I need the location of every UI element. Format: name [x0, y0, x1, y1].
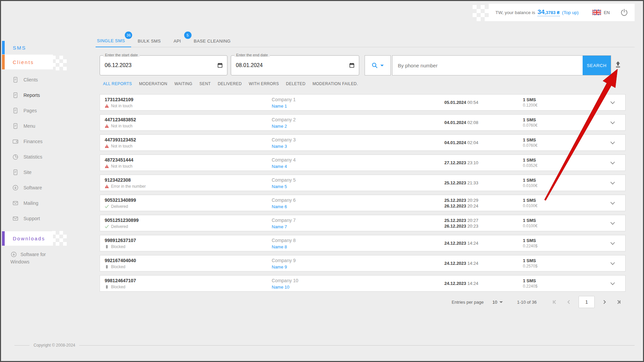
- envelope-icon: [12, 215, 19, 222]
- tab-base-cleaning[interactable]: BASE CLEANING: [187, 35, 237, 47]
- chevron-down-icon[interactable]: [610, 162, 615, 165]
- tab-bulk-sms[interactable]: BULK SMS: [131, 35, 167, 47]
- sms-price: 0.0352€: [523, 163, 537, 168]
- client-name-link[interactable]: Name 7: [272, 224, 287, 229]
- chevron-down-icon[interactable]: [610, 202, 615, 205]
- end-date-field: Enter the end date: [231, 55, 359, 75]
- chevron-down-icon[interactable]: [610, 141, 615, 144]
- language-selector[interactable]: EN: [604, 10, 610, 15]
- company-name: Company 3: [272, 137, 296, 142]
- entries-per-page-select[interactable]: 10: [492, 300, 503, 305]
- calendar-icon[interactable]: [349, 63, 355, 68]
- client-name-link[interactable]: Name 1: [272, 104, 287, 109]
- sms-count: 1 SMS: [523, 178, 537, 183]
- table-row: 447123483852 Not in touch Company 2 Name…: [100, 114, 626, 131]
- filter-deleted[interactable]: DELETED: [286, 81, 306, 86]
- filter-moderation[interactable]: MODERATION: [139, 81, 167, 86]
- sidebar-item-software-for-windows[interactable]: Software for Windows: [2, 251, 55, 265]
- logout-power-icon[interactable]: [620, 8, 629, 17]
- search-button[interactable]: SEARCH: [583, 56, 611, 75]
- sidebar-section-clients[interactable]: Clients: [2, 55, 53, 69]
- sidebar-item-site[interactable]: Site: [2, 165, 76, 180]
- table-row: 998124647107 Blocked Company 10 Name 10 …: [100, 275, 626, 292]
- client-name-link[interactable]: Name 2: [272, 124, 287, 129]
- table-row: 905321340899 Delivered Company 6 Name 6 …: [100, 195, 626, 211]
- top-up-link[interactable]: (Top up): [562, 10, 579, 15]
- export-upload-icon[interactable]: [615, 61, 621, 68]
- chevron-down-icon[interactable]: [610, 262, 615, 265]
- calendar-icon[interactable]: [217, 63, 223, 68]
- sms-count: 1 SMS: [523, 97, 537, 102]
- chevron-down-icon[interactable]: [610, 121, 615, 124]
- previous-page-button[interactable]: [566, 299, 572, 305]
- first-page-button[interactable]: [552, 299, 558, 305]
- sidebar-item-support[interactable]: Support: [2, 211, 76, 226]
- file-icon: [12, 92, 19, 99]
- sidebar-section-downloads[interactable]: Downloads: [2, 231, 53, 246]
- sidebar-section-sms[interactable]: SMS: [2, 41, 56, 54]
- phone-number: 905321340899: [105, 197, 136, 203]
- client-name-link[interactable]: Name 8: [272, 244, 287, 249]
- sidebar-item-statistics[interactable]: Statistics: [2, 149, 76, 165]
- sidebar-item-menu[interactable]: Menu: [2, 118, 76, 134]
- status-text: Blocked: [111, 285, 125, 289]
- chevron-down-icon[interactable]: [610, 282, 615, 285]
- warning-icon: [105, 164, 109, 168]
- pixel-decoration: [52, 56, 56, 59]
- start-date-input[interactable]: [100, 62, 217, 68]
- client-name-link[interactable]: Name 4: [272, 164, 287, 169]
- client-name-link[interactable]: Name 6: [272, 204, 287, 209]
- pixel-decoration: [473, 5, 477, 9]
- table-row: 9123422308 Error in the number Company 5…: [100, 175, 626, 191]
- balance-amount[interactable]: 34,3783 ₴: [538, 8, 560, 16]
- file-icon: [12, 76, 19, 83]
- status-text: Delivered: [111, 204, 128, 209]
- filter-all-reports[interactable]: ALL REPORTS: [103, 81, 132, 86]
- sidebar-item-finances[interactable]: Finances: [2, 134, 76, 149]
- client-name-link[interactable]: Name 3: [272, 144, 287, 149]
- phone-number: 17312342109: [105, 97, 133, 102]
- filter-with-errors[interactable]: WITH ERRORS: [249, 81, 279, 86]
- end-date-input[interactable]: [231, 62, 349, 68]
- sms-count: 1 SMS: [523, 117, 537, 122]
- last-page-button[interactable]: [615, 299, 622, 305]
- entries-per-page-label: Entries per page: [452, 300, 484, 305]
- filter-waiting[interactable]: WAITING: [174, 81, 193, 86]
- warning-icon: [105, 124, 109, 128]
- uk-flag-icon[interactable]: [592, 10, 601, 15]
- filter-delivered[interactable]: DELIVERED: [218, 81, 242, 86]
- search-type-select[interactable]: [365, 55, 391, 75]
- next-page-button[interactable]: [601, 299, 607, 305]
- chevron-down-icon[interactable]: [610, 182, 615, 185]
- client-name-link[interactable]: Name 10: [272, 285, 289, 290]
- sidebar-item-reports[interactable]: Reports: [2, 87, 76, 103]
- tab-api[interactable]: API 5: [167, 35, 187, 47]
- client-name-link[interactable]: Name 9: [272, 264, 287, 269]
- search-icon: [372, 62, 378, 68]
- sms-price: 0.1200€: [523, 103, 537, 108]
- company-name: Company 5: [272, 177, 296, 183]
- pagination-range: 1-10 of 36: [517, 300, 537, 305]
- search-input[interactable]: [392, 56, 583, 75]
- filter-sent[interactable]: SENT: [200, 81, 211, 86]
- chevron-down-icon[interactable]: [610, 222, 615, 225]
- client-name-link[interactable]: Name 5: [272, 184, 287, 189]
- tab-single-sms[interactable]: SINGLE SMS 36: [96, 35, 131, 47]
- filter-moderation-failed[interactable]: MODERATION FAILED.: [313, 81, 358, 86]
- chevron-down-icon[interactable]: [610, 242, 615, 245]
- sidebar-item-software[interactable]: Software: [2, 180, 76, 195]
- table-row: 48723451444 Not in touch Company 4 Name …: [100, 155, 626, 171]
- sidebar-nav: Clients Reports Pages Menu Finances Stat…: [2, 72, 76, 226]
- sidebar-item-pages[interactable]: Pages: [2, 103, 76, 118]
- sms-price: 0.0760€: [523, 143, 537, 148]
- sms-price: 0.0100€: [523, 224, 537, 228]
- company-name: Company 1: [272, 97, 296, 102]
- sms-count: 1 SMS: [523, 137, 537, 142]
- sidebar-item-clients[interactable]: Clients: [2, 72, 76, 87]
- chevron-down-icon[interactable]: [610, 101, 615, 104]
- page-number-input[interactable]: [579, 296, 595, 308]
- sidebar-item-mailing[interactable]: Mailing: [2, 195, 76, 211]
- table-row: 998912637107 Blocked Company 8 Name 8 24…: [100, 235, 626, 251]
- company-name: Company 8: [272, 238, 296, 243]
- sms-price: 0.0100€: [523, 183, 537, 188]
